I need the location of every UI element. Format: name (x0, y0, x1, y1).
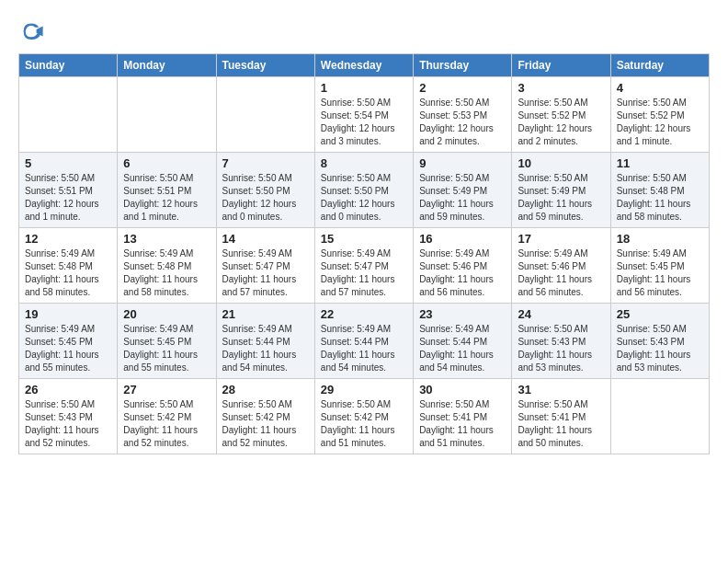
day-number: 17 (518, 232, 604, 246)
calendar-cell: 18Sunrise: 5:49 AM Sunset: 5:45 PM Dayli… (610, 228, 709, 304)
day-number: 19 (25, 307, 111, 321)
day-info: Sunrise: 5:50 AM Sunset: 5:42 PM Dayligh… (222, 398, 309, 450)
day-info: Sunrise: 5:49 AM Sunset: 5:44 PM Dayligh… (222, 323, 309, 374)
calendar-cell: 20Sunrise: 5:49 AM Sunset: 5:45 PM Dayli… (118, 304, 216, 379)
calendar-cell: 13Sunrise: 5:49 AM Sunset: 5:48 PM Dayli… (118, 228, 216, 304)
calendar-cell: 24Sunrise: 5:50 AM Sunset: 5:43 PM Dayli… (512, 304, 610, 379)
day-info: Sunrise: 5:50 AM Sunset: 5:53 PM Dayligh… (419, 97, 506, 148)
day-number: 9 (419, 156, 506, 170)
calendar-cell: 22Sunrise: 5:49 AM Sunset: 5:44 PM Dayli… (314, 304, 413, 379)
day-number: 18 (617, 232, 703, 246)
calendar-cell: 26Sunrise: 5:50 AM Sunset: 5:43 PM Dayli… (19, 379, 118, 454)
weekday-header-friday: Friday (512, 54, 610, 77)
calendar-cell (610, 379, 709, 454)
day-number: 22 (321, 307, 407, 321)
calendar-cell: 2Sunrise: 5:50 AM Sunset: 5:53 PM Daylig… (414, 77, 512, 153)
calendar-week-row: 5Sunrise: 5:50 AM Sunset: 5:51 PM Daylig… (19, 153, 710, 228)
calendar-cell (19, 77, 118, 153)
weekday-header-row: SundayMondayTuesdayWednesdayThursdayFrid… (19, 54, 710, 77)
calendar-cell: 10Sunrise: 5:50 AM Sunset: 5:49 PM Dayli… (512, 153, 610, 228)
day-info: Sunrise: 5:49 AM Sunset: 5:45 PM Dayligh… (617, 247, 703, 299)
calendar-week-row: 19Sunrise: 5:49 AM Sunset: 5:45 PM Dayli… (19, 304, 710, 379)
calendar-cell: 7Sunrise: 5:50 AM Sunset: 5:50 PM Daylig… (216, 153, 314, 228)
day-info: Sunrise: 5:50 AM Sunset: 5:42 PM Dayligh… (123, 398, 210, 450)
day-number: 31 (518, 383, 604, 396)
day-number: 11 (617, 156, 703, 170)
day-number: 14 (222, 232, 309, 246)
day-number: 30 (419, 383, 506, 396)
calendar-cell: 23Sunrise: 5:49 AM Sunset: 5:44 PM Dayli… (414, 304, 512, 379)
day-number: 6 (123, 156, 210, 170)
day-number: 16 (419, 232, 506, 246)
calendar-cell: 19Sunrise: 5:49 AM Sunset: 5:45 PM Dayli… (19, 304, 118, 379)
day-info: Sunrise: 5:49 AM Sunset: 5:44 PM Dayligh… (321, 323, 407, 374)
weekday-header-sunday: Sunday (19, 54, 118, 77)
day-info: Sunrise: 5:49 AM Sunset: 5:45 PM Dayligh… (123, 323, 210, 374)
weekday-header-saturday: Saturday (610, 54, 709, 77)
day-number: 28 (222, 383, 309, 396)
calendar-cell: 31Sunrise: 5:50 AM Sunset: 5:41 PM Dayli… (512, 379, 610, 454)
day-info: Sunrise: 5:50 AM Sunset: 5:41 PM Dayligh… (518, 398, 604, 450)
day-number: 7 (222, 156, 309, 170)
day-info: Sunrise: 5:49 AM Sunset: 5:45 PM Dayligh… (25, 323, 111, 374)
calendar-cell: 12Sunrise: 5:49 AM Sunset: 5:48 PM Dayli… (19, 228, 118, 304)
calendar-week-row: 26Sunrise: 5:50 AM Sunset: 5:43 PM Dayli… (19, 379, 710, 454)
day-info: Sunrise: 5:49 AM Sunset: 5:46 PM Dayligh… (518, 247, 604, 299)
calendar-week-row: 12Sunrise: 5:49 AM Sunset: 5:48 PM Dayli… (19, 228, 710, 304)
day-number: 1 (321, 81, 407, 95)
day-number: 15 (321, 232, 407, 246)
day-info: Sunrise: 5:50 AM Sunset: 5:42 PM Dayligh… (321, 398, 407, 450)
day-number: 29 (321, 383, 407, 396)
day-number: 4 (617, 81, 703, 95)
calendar-cell: 14Sunrise: 5:49 AM Sunset: 5:47 PM Dayli… (216, 228, 314, 304)
day-info: Sunrise: 5:50 AM Sunset: 5:50 PM Dayligh… (222, 172, 309, 224)
weekday-header-tuesday: Tuesday (216, 54, 314, 77)
calendar-cell: 21Sunrise: 5:49 AM Sunset: 5:44 PM Dayli… (216, 304, 314, 379)
calendar-cell: 29Sunrise: 5:50 AM Sunset: 5:42 PM Dayli… (314, 379, 413, 454)
day-number: 13 (123, 232, 210, 246)
day-number: 23 (419, 307, 506, 321)
calendar-cell: 30Sunrise: 5:50 AM Sunset: 5:41 PM Dayli… (414, 379, 512, 454)
day-number: 26 (25, 383, 111, 396)
logo (18, 18, 48, 44)
calendar-cell: 16Sunrise: 5:49 AM Sunset: 5:46 PM Dayli… (414, 228, 512, 304)
day-info: Sunrise: 5:50 AM Sunset: 5:54 PM Dayligh… (321, 97, 407, 148)
day-number: 8 (321, 156, 407, 170)
page-header (18, 18, 710, 44)
day-info: Sunrise: 5:49 AM Sunset: 5:48 PM Dayligh… (25, 247, 111, 299)
day-info: Sunrise: 5:50 AM Sunset: 5:49 PM Dayligh… (518, 172, 604, 224)
day-info: Sunrise: 5:49 AM Sunset: 5:47 PM Dayligh… (222, 247, 309, 299)
calendar-cell: 4Sunrise: 5:50 AM Sunset: 5:52 PM Daylig… (610, 77, 709, 153)
day-info: Sunrise: 5:50 AM Sunset: 5:49 PM Dayligh… (419, 172, 506, 224)
calendar-cell: 15Sunrise: 5:49 AM Sunset: 5:47 PM Dayli… (314, 228, 413, 304)
calendar-cell: 6Sunrise: 5:50 AM Sunset: 5:51 PM Daylig… (118, 153, 216, 228)
calendar-cell: 8Sunrise: 5:50 AM Sunset: 5:50 PM Daylig… (314, 153, 413, 228)
day-info: Sunrise: 5:50 AM Sunset: 5:43 PM Dayligh… (518, 323, 604, 374)
logo-icon (18, 18, 44, 44)
calendar-cell: 17Sunrise: 5:49 AM Sunset: 5:46 PM Dayli… (512, 228, 610, 304)
weekday-header-thursday: Thursday (414, 54, 512, 77)
calendar-cell: 28Sunrise: 5:50 AM Sunset: 5:42 PM Dayli… (216, 379, 314, 454)
calendar-cell (118, 77, 216, 153)
calendar-cell: 1Sunrise: 5:50 AM Sunset: 5:54 PM Daylig… (314, 77, 413, 153)
day-info: Sunrise: 5:50 AM Sunset: 5:48 PM Dayligh… (617, 172, 703, 224)
day-number: 21 (222, 307, 309, 321)
day-info: Sunrise: 5:49 AM Sunset: 5:44 PM Dayligh… (419, 323, 506, 374)
calendar-table: SundayMondayTuesdayWednesdayThursdayFrid… (18, 53, 710, 454)
day-number: 2 (419, 81, 506, 95)
day-number: 24 (518, 307, 604, 321)
day-info: Sunrise: 5:49 AM Sunset: 5:48 PM Dayligh… (123, 247, 210, 299)
day-info: Sunrise: 5:50 AM Sunset: 5:51 PM Dayligh… (123, 172, 210, 224)
day-number: 27 (123, 383, 210, 396)
calendar-cell: 3Sunrise: 5:50 AM Sunset: 5:52 PM Daylig… (512, 77, 610, 153)
calendar-week-row: 1Sunrise: 5:50 AM Sunset: 5:54 PM Daylig… (19, 77, 710, 153)
day-info: Sunrise: 5:50 AM Sunset: 5:43 PM Dayligh… (617, 323, 703, 374)
weekday-header-wednesday: Wednesday (314, 54, 413, 77)
day-number: 20 (123, 307, 210, 321)
day-info: Sunrise: 5:50 AM Sunset: 5:50 PM Dayligh… (321, 172, 407, 224)
day-info: Sunrise: 5:50 AM Sunset: 5:43 PM Dayligh… (25, 398, 111, 450)
day-info: Sunrise: 5:50 AM Sunset: 5:41 PM Dayligh… (419, 398, 506, 450)
day-info: Sunrise: 5:50 AM Sunset: 5:52 PM Dayligh… (617, 97, 703, 148)
calendar-cell: 27Sunrise: 5:50 AM Sunset: 5:42 PM Dayli… (118, 379, 216, 454)
calendar-cell: 5Sunrise: 5:50 AM Sunset: 5:51 PM Daylig… (19, 153, 118, 228)
